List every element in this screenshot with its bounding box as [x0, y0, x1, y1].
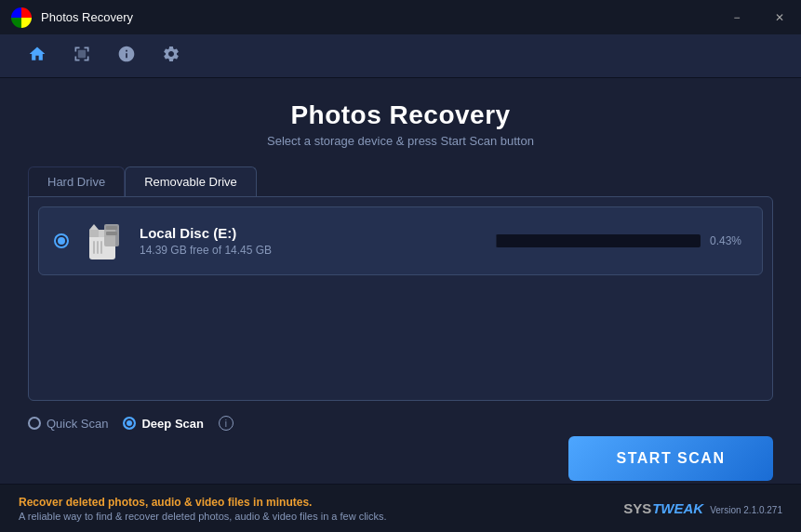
progress-bar-fill: [496, 234, 497, 247]
svg-rect-6: [106, 226, 117, 230]
progress-bar: [496, 234, 701, 247]
window-controls: − ✕: [715, 0, 801, 34]
info-nav-button[interactable]: [108, 37, 145, 74]
settings-icon: [162, 45, 180, 68]
svg-marker-4: [89, 224, 99, 230]
deep-scan-radio[interactable]: [123, 417, 136, 430]
scan-icon: [73, 45, 91, 68]
svg-rect-8: [93, 241, 95, 254]
main-title: Photos Recovery: [28, 100, 773, 130]
tab-hard-drive[interactable]: Hard Drive: [28, 166, 125, 196]
brand-version: Version 2.1.0.271: [710, 505, 782, 515]
drive-icon: [82, 219, 127, 263]
quick-scan-radio[interactable]: [28, 417, 41, 430]
scan-option-area: Quick Scan Deep Scan i: [28, 416, 773, 431]
drive-size: 14.39 GB free of 14.45 GB: [140, 244, 483, 257]
svg-rect-10: [100, 241, 102, 254]
info-icon: [117, 45, 136, 68]
main-content: Photos Recovery Select a storage device …: [0, 78, 801, 440]
footer: Recover deleted photos, audio & video fi…: [0, 484, 801, 532]
svg-rect-9: [97, 241, 99, 254]
footer-line1: Recover deleted photos, audio & video fi…: [19, 496, 387, 509]
drive-info: Local Disc (E:) 14.39 GB free of 14.45 G…: [140, 225, 483, 257]
svg-marker-3: [89, 230, 99, 237]
tab-removable-drive[interactable]: Removable Drive: [125, 166, 257, 196]
scan-nav-button[interactable]: [63, 37, 100, 74]
svg-rect-0: [78, 49, 86, 57]
title-bar: Photos Recovery − ✕: [0, 0, 801, 34]
deep-scan-option[interactable]: Deep Scan: [123, 417, 203, 431]
drive-list-container: Local Disc (E:) 14.39 GB free of 14.45 G…: [28, 196, 773, 401]
settings-nav-button[interactable]: [153, 37, 190, 74]
drive-progress-area: 0.43%: [496, 234, 747, 247]
drive-radio-button[interactable]: [54, 233, 69, 248]
quick-scan-option[interactable]: Quick Scan: [28, 417, 108, 431]
svg-rect-7: [106, 232, 117, 235]
close-button[interactable]: ✕: [758, 0, 801, 34]
start-scan-button[interactable]: START SCAN: [568, 436, 773, 481]
footer-left: Recover deleted photos, audio & video fi…: [19, 496, 387, 522]
app-logo: [11, 7, 32, 28]
page-heading: Photos Recovery Select a storage device …: [28, 100, 773, 148]
footer-line2: A reliable way to find & recover deleted…: [19, 511, 387, 522]
home-nav-button[interactable]: [19, 37, 56, 74]
subtitle: Select a storage device & press Start Sc…: [28, 134, 773, 148]
progress-percent: 0.43%: [710, 234, 747, 247]
app-title: Photos Recovery: [41, 10, 133, 24]
home-icon: [28, 45, 47, 68]
drive-name: Local Disc (E:): [140, 225, 483, 241]
tabs-container: Hard Drive Removable Drive: [28, 166, 773, 196]
brand-sys: SYS: [623, 500, 651, 516]
brand-tweak: TWEAK: [652, 500, 703, 516]
scan-info-icon[interactable]: i: [219, 416, 234, 431]
nav-bar: [0, 34, 801, 78]
footer-brand: SYSTWEAK Version 2.1.0.271: [623, 500, 782, 516]
drive-item[interactable]: Local Disc (E:) 14.39 GB free of 14.45 G…: [38, 206, 763, 275]
minimize-button[interactable]: −: [715, 0, 758, 34]
